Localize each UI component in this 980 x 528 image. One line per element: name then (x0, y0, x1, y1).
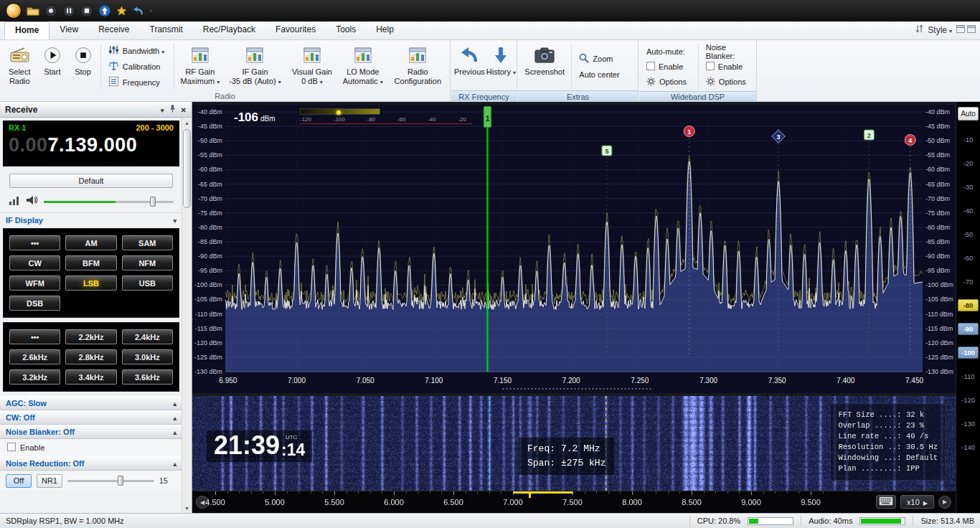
receive-panel-scrollbar[interactable] (182, 118, 192, 513)
mode-button[interactable]: SAM (122, 235, 173, 250)
calibration-button[interactable]: Calibration (105, 60, 169, 74)
speaker-icon[interactable] (26, 195, 37, 208)
level-scale-item[interactable]: -40 (956, 199, 980, 222)
spectrum-plot[interactable]: -40 dBm-40 dBm-45 dBm-45 dBm-50 dBm-50 d… (192, 105, 956, 393)
visual-gain-button[interactable]: Visual Gain 0 dB (287, 42, 337, 90)
style-selector[interactable]: Style (928, 25, 952, 35)
rf-gain-button[interactable]: RF Gain Maximum (177, 42, 223, 90)
waterfall-frequency-scale[interactable]: x10 4.5005.0005.5006.0006.5007.0007.5008… (192, 491, 956, 513)
noise-blanker-header[interactable]: Noise Blanker: Off (0, 425, 182, 439)
bandwidth-button[interactable]: 3.6kHz (122, 369, 173, 385)
undo-icon[interactable] (132, 6, 144, 16)
ribbon-minimize-icon[interactable] (956, 25, 965, 35)
cw-header[interactable]: CW: Off (0, 410, 182, 425)
history-button[interactable]: History (486, 42, 516, 90)
ribbon-tab[interactable]: Help (366, 22, 404, 39)
bandwidth-button[interactable]: 2.8kHz (65, 349, 116, 364)
zoom-button[interactable]: Zoom (576, 52, 633, 66)
ribbon-tab[interactable]: Tools (326, 22, 366, 39)
preset-dropdown[interactable]: Default (9, 174, 173, 188)
level-scale-item[interactable]: -20 (956, 151, 980, 175)
close-icon[interactable] (181, 105, 187, 115)
upload-icon[interactable] (98, 4, 111, 17)
level-scale-item[interactable]: -140 (956, 435, 980, 459)
bandwidth-button[interactable]: 3.2kHz (9, 369, 60, 385)
nr-1-button[interactable]: NR1 (37, 474, 62, 488)
level-scale-item[interactable]: -100 (958, 346, 979, 359)
mode-button[interactable]: USB (122, 275, 173, 291)
nr-off-button[interactable]: Off (6, 474, 32, 488)
auto-center-button[interactable]: Auto center (576, 67, 633, 82)
bandwidth-button[interactable]: ••• (9, 329, 60, 344)
scroll-down-icon[interactable] (182, 503, 192, 513)
open-folder-icon[interactable] (27, 6, 39, 16)
pause-icon[interactable] (62, 4, 75, 17)
zoom-x10-button[interactable]: x10 (900, 495, 934, 509)
level-scale-item[interactable]: -10 (956, 128, 980, 151)
checkbox-icon[interactable] (7, 443, 16, 453)
mode-button[interactable]: NFM (122, 255, 173, 270)
keyboard-entry-button[interactable] (876, 495, 896, 509)
select-radio-button[interactable]: Select Radio (3, 42, 37, 90)
level-scale-item[interactable]: -80 (958, 299, 979, 311)
spectrum-display[interactable]: -40 dBm-40 dBm-45 dBm-45 dBm-50 dBm-50 d… (192, 105, 956, 393)
auto-level-button[interactable]: Auto (958, 107, 979, 121)
window-layout-icon[interactable] (967, 25, 976, 35)
stop-icon[interactable] (80, 4, 93, 17)
record-icon[interactable] (44, 4, 57, 17)
volume-slider[interactable] (44, 197, 174, 207)
auto-mute-enable-checkbox[interactable]: Enable (646, 60, 691, 73)
ribbon-tab[interactable]: Receive (88, 22, 139, 39)
bandwidth-button[interactable]: Bandwidth (105, 44, 169, 58)
mode-button[interactable]: AM (65, 235, 116, 250)
auto-mute-options-button[interactable]: Options (646, 75, 691, 88)
frequency-display[interactable]: 0.007.139.000 (9, 134, 174, 156)
screenshot-button[interactable]: Screenshot (521, 42, 568, 90)
noise-blanker-enable-checkbox[interactable]: Enable (706, 60, 749, 73)
mode-button[interactable]: LSB (65, 275, 116, 291)
mode-button[interactable]: CW (9, 255, 60, 270)
level-scale-item[interactable]: -110 (956, 364, 980, 388)
mode-button[interactable]: BFM (65, 255, 116, 270)
ribbon-tab[interactable]: Transmit (140, 22, 193, 39)
ribbon-tab[interactable]: View (50, 22, 88, 39)
level-scale-item[interactable]: -60 (956, 246, 980, 270)
ribbon-tab[interactable]: Home (4, 22, 50, 39)
rx-display[interactable]: RX 1 200 - 3000 0.007.139.000 (3, 121, 179, 166)
bandwidth-button[interactable]: 3.4kHz (65, 369, 116, 385)
scale-right-button[interactable] (938, 496, 951, 509)
ribbon-tab[interactable]: Rec/Playback (193, 22, 265, 39)
level-scale-item[interactable]: -30 (956, 175, 980, 199)
quickbar-customize-icon[interactable] (149, 7, 153, 14)
previous-frequency-button[interactable]: Previous (454, 42, 485, 90)
bandwidth-button[interactable]: 2.2kHz (65, 329, 116, 344)
bandwidth-button[interactable]: 2.6kHz (9, 349, 60, 364)
level-scale-item[interactable]: -50 (956, 222, 980, 246)
level-scale-item[interactable]: -90 (958, 323, 979, 335)
if-display-header[interactable]: IF Display (0, 212, 182, 227)
mode-button[interactable]: ••• (9, 235, 60, 250)
noise-blanker-options-button[interactable]: Options (706, 75, 749, 88)
panel-menu-icon[interactable] (161, 105, 164, 115)
mode-button[interactable]: WFM (9, 275, 60, 291)
scrollbar-thumb[interactable] (183, 129, 191, 208)
radio-configuration-button[interactable]: Radio Configuration (389, 42, 447, 90)
bandwidth-button[interactable]: 3.0kHz (122, 349, 173, 364)
volume-slider-handle[interactable] (150, 197, 156, 207)
levels-icon[interactable] (9, 195, 19, 208)
pin-icon[interactable] (169, 104, 176, 115)
noise-blanker-enable-row[interactable]: Enable (0, 439, 182, 456)
nr-slider-handle[interactable] (118, 476, 123, 486)
start-button[interactable]: Start (38, 42, 67, 90)
level-scale-item[interactable]: -70 (956, 270, 980, 293)
frequency-button[interactable]: Frequency (105, 75, 169, 90)
favourite-star-icon[interactable] (116, 6, 127, 16)
lo-mode-button[interactable]: LO Mode Automatic (339, 42, 387, 90)
bandwidth-button[interactable]: 2.4kHz (122, 329, 173, 344)
noise-reduction-header[interactable]: Noise Reduction: Off (0, 456, 182, 471)
stop-button[interactable]: Stop (68, 42, 98, 90)
waterfall-display[interactable]: 21:39 UTC :14 Freq:7.2 MHz Span:±275 kHz… (192, 396, 956, 491)
level-scale-item[interactable]: -120 (956, 388, 980, 412)
scroll-up-icon[interactable] (182, 118, 192, 128)
nr-level-slider[interactable] (67, 476, 154, 486)
